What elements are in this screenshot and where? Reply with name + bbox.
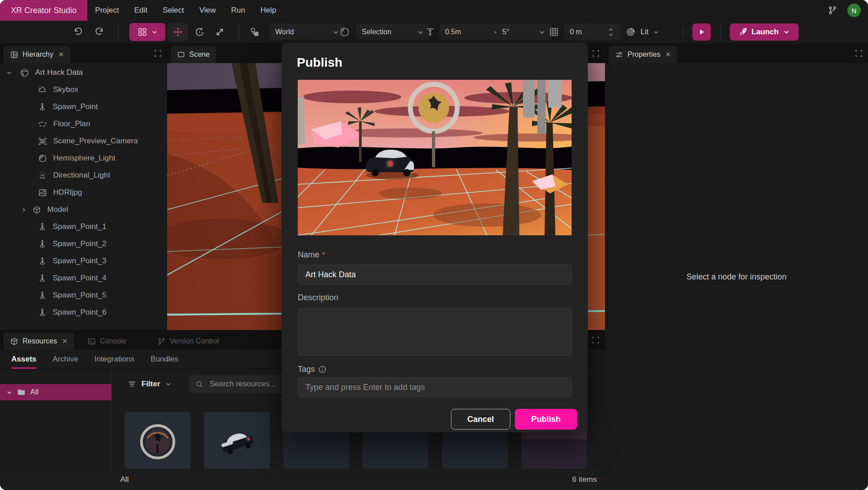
undo-button[interactable] bbox=[72, 21, 83, 43]
menu-edit[interactable]: Edit bbox=[127, 0, 155, 21]
launch-button[interactable]: Launch bbox=[730, 23, 799, 41]
move-tool-button[interactable] bbox=[168, 23, 188, 41]
rotate-tool-button[interactable] bbox=[194, 21, 205, 43]
close-icon[interactable]: ✕ bbox=[58, 50, 64, 59]
tree-row[interactable]: Spawn_Point_4 bbox=[0, 270, 167, 287]
menu-help[interactable]: Help bbox=[253, 0, 284, 21]
rotate-snap-dropdown[interactable]: 5° bbox=[496, 24, 551, 40]
folder-item-all[interactable]: All bbox=[0, 384, 111, 400]
tree-row[interactable]: Spawn_Point_1 bbox=[0, 218, 167, 235]
tags-label: Tags bbox=[298, 365, 315, 374]
snap-translate-icon[interactable] bbox=[425, 21, 435, 43]
tree-row-label: Spawn_Point_4 bbox=[53, 274, 106, 283]
selection-mode-icon[interactable] bbox=[339, 21, 350, 43]
globe-icon bbox=[20, 68, 29, 78]
hierarchy-icon bbox=[10, 50, 18, 59]
version-branch-icon[interactable] bbox=[827, 5, 837, 15]
tree-row-root[interactable]: Art Hack Data bbox=[0, 64, 167, 81]
tree-row[interactable]: Spawn_Point_2 bbox=[0, 235, 167, 252]
tree-row-label: Hemisphere_Light bbox=[53, 154, 115, 163]
scene-icon bbox=[177, 50, 185, 59]
coordinate-space-icon[interactable] bbox=[249, 21, 260, 43]
world-space-dropdown[interactable]: World bbox=[269, 24, 345, 40]
elevation-stepper[interactable]: 0 m bbox=[564, 24, 620, 40]
camera-icon bbox=[38, 137, 47, 146]
info-icon[interactable] bbox=[318, 366, 326, 373]
selection-label: Selection bbox=[362, 28, 391, 36]
tags-label-row: Tags bbox=[298, 365, 326, 374]
expand-icon[interactable] bbox=[592, 336, 600, 344]
tree-row[interactable]: Spawn_Point_6 bbox=[0, 304, 167, 321]
play-icon bbox=[698, 28, 705, 36]
redo-button[interactable] bbox=[95, 21, 105, 43]
subtab-assets[interactable]: Assets bbox=[11, 350, 36, 369]
name-input[interactable] bbox=[298, 265, 572, 284]
scale-icon bbox=[214, 27, 225, 37]
play-button[interactable] bbox=[692, 23, 711, 41]
dialog-title: Publish bbox=[297, 55, 342, 70]
spawn-point-icon bbox=[38, 239, 47, 248]
menu-select[interactable]: Select bbox=[155, 0, 191, 21]
tree-row[interactable]: Spawn_Point_5 bbox=[0, 287, 167, 304]
chevron-down-icon bbox=[417, 29, 424, 36]
shading-mode-dropdown[interactable]: Lit bbox=[625, 21, 659, 43]
properties-panel: Properties ✕ Select a node for inspectio… bbox=[605, 43, 868, 490]
tab-hierarchy-label: Hierarchy bbox=[23, 50, 53, 59]
publish-button[interactable]: Publish bbox=[515, 409, 577, 430]
menu-view[interactable]: View bbox=[192, 0, 224, 21]
tree-row[interactable]: Spawn_Point_3 bbox=[0, 252, 167, 270]
scale-tool-button[interactable] bbox=[214, 21, 225, 43]
user-avatar[interactable]: N bbox=[847, 4, 861, 17]
tags-input[interactable] bbox=[298, 377, 572, 397]
expand-icon[interactable] bbox=[154, 50, 162, 57]
grid-toggle-icon[interactable] bbox=[549, 21, 559, 43]
translate-snap-dropdown[interactable]: 0.5m bbox=[439, 24, 506, 40]
tree-row-model[interactable]: Model bbox=[0, 201, 167, 218]
app-window: XR Creator Studio Project Edit Select Vi… bbox=[0, 0, 868, 490]
cancel-button[interactable]: Cancel bbox=[451, 409, 510, 430]
tab-scene[interactable]: Scene bbox=[171, 46, 216, 63]
cube-icon bbox=[10, 337, 18, 346]
elevation-value: 0 m bbox=[570, 28, 582, 36]
menu-project[interactable]: Project bbox=[87, 0, 127, 21]
world-space-label: World bbox=[275, 28, 294, 36]
publish-dialog: Publish bbox=[282, 43, 588, 432]
menu-run[interactable]: Run bbox=[223, 0, 253, 21]
subtab-bundles[interactable]: Bundles bbox=[150, 350, 178, 369]
asset-card-police-car[interactable] bbox=[204, 412, 270, 469]
tree-row[interactable]: HDRIjpg bbox=[0, 184, 167, 201]
tab-console[interactable]: Console bbox=[81, 333, 133, 350]
expand-icon[interactable] bbox=[855, 50, 863, 57]
app-title[interactable]: XR Creator Studio bbox=[0, 0, 87, 21]
chevron-down-icon bbox=[165, 381, 172, 387]
tree-row[interactable]: Skybox bbox=[0, 81, 167, 98]
tree-row[interactable]: Hemisphere_Light bbox=[0, 150, 167, 167]
tree-row-label: Spawn_Point_2 bbox=[53, 239, 106, 248]
expand-icon[interactable] bbox=[592, 50, 600, 57]
subtab-archive[interactable]: Archive bbox=[53, 350, 78, 369]
tree-row[interactable]: Directional_Light bbox=[0, 167, 167, 184]
spawn-point-icon bbox=[38, 291, 47, 300]
grid-2x2-icon bbox=[137, 27, 147, 37]
asset-card-emblem[interactable] bbox=[125, 412, 191, 469]
subtab-integrations[interactable]: Integrations bbox=[94, 350, 134, 369]
close-icon[interactable]: ✕ bbox=[665, 50, 671, 59]
gizmo-mode-button[interactable] bbox=[129, 23, 165, 41]
model-cube-icon bbox=[32, 205, 41, 215]
tab-hierarchy[interactable]: Hierarchy ✕ bbox=[4, 46, 70, 63]
toolbar-divider bbox=[118, 25, 118, 39]
tab-resources[interactable]: Resources ✕ bbox=[4, 333, 74, 350]
tree-row[interactable]: Floor_Plan bbox=[0, 115, 167, 133]
description-input[interactable] bbox=[298, 308, 572, 356]
tab-properties[interactable]: Properties ✕ bbox=[609, 46, 677, 63]
filter-button[interactable]: Filter bbox=[127, 375, 172, 393]
tree-row-label: Spawn_Point bbox=[53, 102, 98, 111]
close-icon[interactable]: ✕ bbox=[62, 337, 68, 345]
tab-version-control[interactable]: Version Control bbox=[151, 333, 225, 350]
selection-dropdown[interactable]: Selection bbox=[356, 24, 430, 40]
tree-row[interactable]: Spawn_Point bbox=[0, 98, 167, 115]
tree-row[interactable]: Scene_Preview_Camera bbox=[0, 133, 167, 150]
chevron-right-icon[interactable] bbox=[21, 207, 27, 213]
tree-row-label: Spawn_Point_5 bbox=[53, 291, 106, 300]
chevron-down-icon[interactable] bbox=[6, 70, 13, 76]
